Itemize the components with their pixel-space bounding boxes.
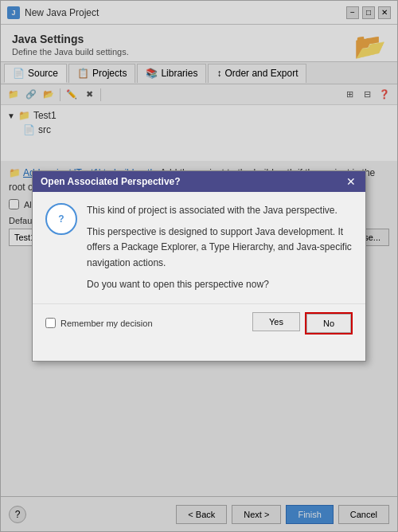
dialog-question-icon: ?: [45, 203, 77, 235]
no-button-wrapper: No: [305, 312, 353, 334]
yes-button[interactable]: Yes: [252, 312, 300, 331]
dialog: Open Associated Perspective? ✕ ? This ki…: [32, 170, 366, 362]
remember-checkbox[interactable]: [45, 318, 56, 328]
dialog-footer: Remember my decision Yes No: [33, 303, 365, 342]
dialog-text: This kind of project is associated with …: [87, 203, 353, 292]
dialog-buttons: Yes No: [252, 312, 353, 334]
dialog-close-button[interactable]: ✕: [345, 175, 357, 188]
dialog-content: ? This kind of project is associated wit…: [33, 192, 365, 303]
no-button[interactable]: No: [306, 314, 351, 333]
dialog-checkbox-row: Remember my decision: [45, 318, 153, 328]
dialog-message1: This kind of project is associated with …: [87, 203, 353, 218]
remember-label: Remember my decision: [60, 319, 153, 328]
dialog-overlay: Open Associated Perspective? ✕ ? This ki…: [1, 1, 397, 531]
dialog-title: Open Associated Perspective?: [41, 176, 181, 187]
dialog-message3: Do you want to open this perspective now…: [87, 277, 353, 292]
dialog-message2: This perspective is designed to support …: [87, 225, 353, 271]
question-mark: ?: [58, 213, 64, 225]
dialog-title-bar: Open Associated Perspective? ✕: [33, 171, 365, 192]
main-window: J New Java Project − □ ✕ Java Settings D…: [0, 0, 398, 532]
